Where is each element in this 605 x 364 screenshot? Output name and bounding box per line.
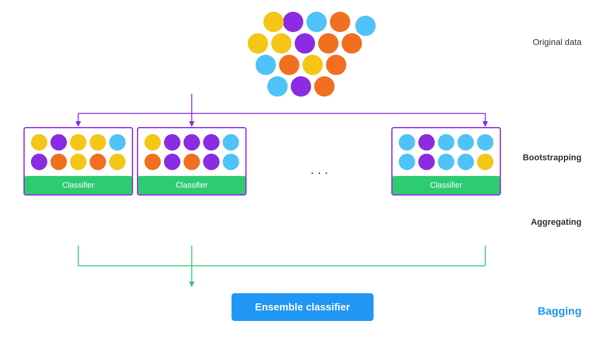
sample-dot bbox=[144, 134, 161, 151]
ensemble-classifier-box: Ensemble classifier bbox=[232, 293, 374, 321]
svg-marker-14 bbox=[189, 282, 194, 287]
sample-dot bbox=[399, 134, 415, 151]
sample-dot bbox=[418, 134, 435, 151]
original-dot bbox=[295, 33, 315, 54]
dots-grid-1 bbox=[31, 134, 126, 170]
sample-dot bbox=[144, 154, 161, 170]
original-dot bbox=[256, 55, 276, 75]
original-dot bbox=[302, 55, 323, 75]
svg-marker-5 bbox=[189, 121, 194, 127]
original-data-cluster bbox=[244, 8, 361, 94]
svg-marker-3 bbox=[76, 121, 81, 127]
sample-dot bbox=[70, 154, 86, 170]
sample-dot bbox=[164, 134, 180, 151]
label-original-data: Original data bbox=[533, 37, 582, 47]
original-dot bbox=[279, 55, 299, 75]
sample-dot bbox=[438, 154, 454, 170]
original-dot bbox=[342, 33, 362, 54]
bootstrap-box-1: Classifier bbox=[23, 127, 133, 195]
sample-dot bbox=[109, 154, 126, 170]
sample-dot bbox=[31, 154, 47, 170]
sample-dot bbox=[90, 134, 106, 151]
sample-dot bbox=[184, 154, 200, 170]
original-dot bbox=[248, 33, 268, 54]
dots-grid-3 bbox=[398, 134, 494, 170]
dots-grid-2 bbox=[144, 134, 239, 170]
sample-dot bbox=[109, 134, 126, 151]
sample-dot bbox=[70, 134, 86, 151]
classifier-btn-1: Classifier bbox=[25, 176, 132, 194]
label-bagging: Bagging bbox=[538, 305, 582, 317]
original-dot bbox=[326, 55, 346, 75]
sample-dot bbox=[438, 134, 454, 151]
original-dot bbox=[306, 12, 327, 32]
sample-dot bbox=[399, 154, 415, 170]
original-dot bbox=[355, 16, 376, 36]
original-dot bbox=[263, 12, 284, 32]
original-dot bbox=[318, 33, 339, 54]
sample-dot bbox=[477, 134, 493, 151]
bootstrap-box-2: Classifier bbox=[137, 127, 247, 195]
classifier-btn-2: Classifier bbox=[138, 176, 245, 194]
original-dot bbox=[271, 33, 292, 54]
svg-marker-7 bbox=[483, 121, 488, 127]
sample-dot bbox=[31, 134, 47, 151]
original-dot bbox=[330, 12, 350, 32]
sample-dot bbox=[164, 154, 180, 170]
circles-cluster bbox=[244, 8, 361, 90]
sample-dot bbox=[418, 154, 435, 170]
sample-dot bbox=[90, 154, 106, 170]
sample-dot bbox=[457, 154, 474, 170]
bootstrap-box-3: Classifier bbox=[391, 127, 501, 195]
original-dot bbox=[291, 76, 311, 97]
classifier-btn-3: Classifier bbox=[393, 176, 500, 194]
diagram-container: Original data Bootstrapping Aggregating … bbox=[0, 0, 605, 364]
sample-dot bbox=[457, 134, 474, 151]
sample-dot bbox=[50, 154, 67, 170]
sample-dot bbox=[203, 134, 220, 151]
label-aggregating: Aggregating bbox=[531, 217, 582, 227]
sample-dot bbox=[203, 154, 220, 170]
original-dot bbox=[267, 76, 288, 97]
original-dot bbox=[314, 76, 335, 97]
sample-dot bbox=[50, 134, 67, 151]
sample-dot bbox=[184, 134, 200, 151]
sample-dot bbox=[223, 134, 239, 151]
sample-dot bbox=[477, 154, 493, 170]
original-dot bbox=[283, 12, 303, 32]
label-bootstrapping: Bootstrapping bbox=[523, 152, 582, 163]
sample-dot bbox=[223, 154, 239, 170]
ellipsis: ··· bbox=[310, 164, 331, 181]
